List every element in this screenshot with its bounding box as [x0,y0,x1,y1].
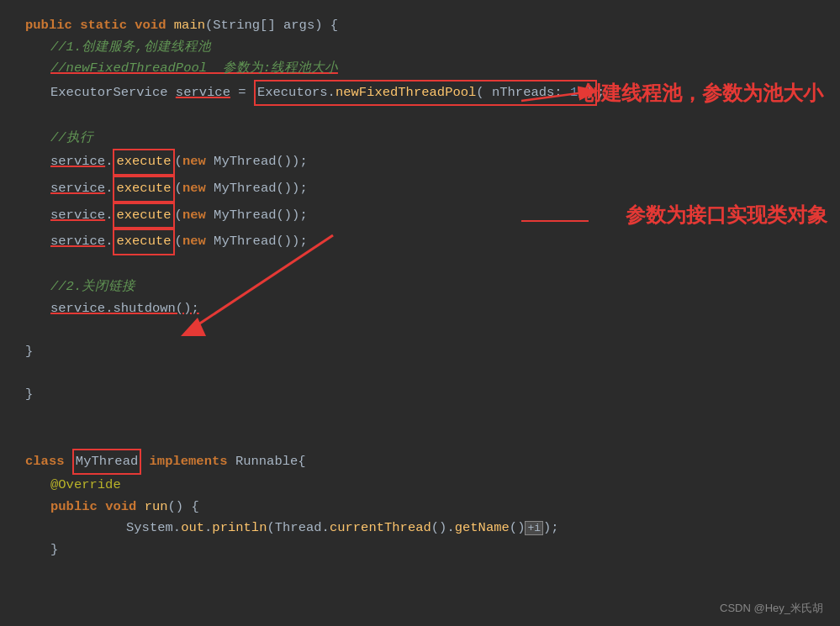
code-line-11 [25,255,815,277]
code-line-19 [25,427,815,449]
code-line-6: //执行 [25,128,815,150]
code-line-2: //1.创建服务,创建线程池 [25,37,815,59]
mythread-box: MyThread [72,449,141,476]
method-main: main [174,15,205,37]
comment-2: //newFixedThreadPool 参数为:线程池大小 [50,58,338,80]
code-line-13: service.shutdown(); [25,298,815,320]
keyword-static: static [80,15,127,37]
comment-3: //执行 [50,128,93,150]
comment-1: //1.创建服务,创建线程池 [50,37,211,59]
code-line-18 [25,406,815,428]
code-line-21: @Override [25,475,815,497]
current-thread-method: currentThread [330,518,431,539]
keyword-public2: public [50,497,98,518]
keyword-void: void [135,15,166,37]
code-line-5 [25,106,815,128]
code-area: public static void main(String[] args) {… [0,0,840,626]
label-interface-impl: 参数为接口实现类对象 [626,202,827,229]
var-service: service [176,82,230,104]
execute-box-3: execute [113,203,174,229]
keyword-implements: implements [150,451,228,473]
type-executor-service: ExecutorService [50,82,168,104]
code-line-15: } [25,341,815,363]
execute-box-4: execute [113,229,174,255]
get-name-method: getName [455,518,510,539]
out-field: out [181,518,204,539]
keyword-public: public [25,15,72,37]
code-line-16 [25,362,815,384]
code-line-17: } [25,384,815,406]
code-line-14 [25,319,815,341]
code-line-3: //newFixedThreadPool 参数为:线程池大小 [25,58,815,80]
annotation-override: @Override [50,475,121,497]
code-line-1: public static void main(String[] args) { [25,15,815,37]
code-line-7: service.execute(new MyThread()); [25,149,815,176]
code-line-23: System.out.println(Thread.currentThread(… [25,518,815,539]
comment-4: //2.关闭链接 [50,276,135,298]
execute-box-1: execute [113,149,174,176]
system-class: System [126,518,173,539]
new-fixed-thread-pool-box: Executors.newFixedThreadPool( nThreads: … [254,80,597,107]
code-line-12: //2.关闭链接 [25,276,815,298]
code-line-8: service.execute(new MyThread()); [25,176,815,203]
code-line-10: service.execute(new MyThread()); [25,229,815,255]
keyword-class: class [25,451,65,473]
code-line-22: public void run() { [25,497,815,518]
method-run: run [145,497,168,518]
code-line-20: class MyThread implements Runnable{ [25,449,815,476]
watermark: CSDN @Hey_米氏胡 [720,601,823,616]
label-create-pool: 创建线程池，参数为池大小 [581,80,823,107]
keyword-void2: void [105,497,136,518]
println-method: println [212,518,267,539]
execute-box-2: execute [113,176,174,203]
code-line-24: } [25,539,815,561]
